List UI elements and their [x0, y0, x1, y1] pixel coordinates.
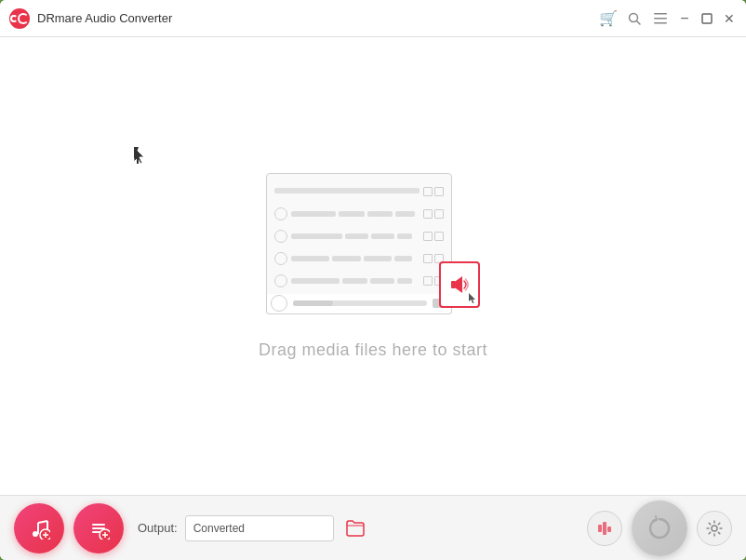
svg-point-27 — [712, 526, 717, 531]
add-music-button[interactable] — [14, 503, 64, 553]
svg-rect-26 — [607, 527, 611, 532]
svg-rect-3 — [654, 18, 667, 20]
audio-settings-button[interactable] — [587, 511, 622, 546]
svg-marker-8 — [456, 276, 462, 293]
browse-folder-button[interactable] — [341, 515, 369, 541]
svg-rect-2 — [654, 13, 667, 15]
main-window: DRmare Audio Converter 🛒 − — [0, 0, 746, 560]
app-logo — [9, 8, 30, 29]
cursor-indicator — [134, 147, 145, 164]
output-label: Output: — [138, 521, 178, 535]
app-title: DRmare Audio Converter — [37, 11, 172, 25]
svg-rect-25 — [603, 522, 606, 535]
drop-zone[interactable]: Drag media files here to start — [0, 37, 746, 495]
convert-button[interactable] — [632, 500, 687, 556]
output-section: Output: Converted — [138, 515, 369, 541]
file-list-mockup — [266, 173, 452, 299]
svg-rect-4 — [654, 22, 667, 24]
search-icon[interactable] — [625, 9, 644, 28]
svg-rect-5 — [702, 14, 712, 23]
audio-icon-overlay — [439, 261, 480, 308]
svg-marker-6 — [134, 147, 144, 164]
bottom-toolbar: Output: Converted — [0, 495, 746, 560]
svg-rect-24 — [598, 525, 602, 532]
app-settings-button[interactable] — [697, 511, 732, 546]
close-button[interactable]: ✕ — [722, 11, 737, 26]
right-action-buttons — [587, 500, 732, 556]
drag-drop-label: Drag media files here to start — [259, 340, 487, 360]
svg-marker-9 — [469, 293, 475, 303]
output-path-field[interactable]: Converted — [185, 515, 334, 541]
cart-icon[interactable]: 🛒 — [599, 9, 618, 28]
titlebar: DRmare Audio Converter 🛒 − — [0, 0, 746, 37]
progress-mockup — [266, 294, 452, 314]
menu-options-button[interactable] — [73, 503, 124, 553]
maximize-button[interactable] — [699, 11, 714, 26]
minimize-button[interactable]: − — [677, 11, 692, 26]
menu-icon[interactable] — [651, 9, 670, 28]
svg-line-1 — [637, 20, 641, 24]
window-controls: 🛒 − ✕ — [599, 9, 737, 28]
svg-rect-7 — [451, 281, 456, 288]
illustration — [266, 173, 480, 322]
svg-line-14 — [38, 521, 47, 523]
